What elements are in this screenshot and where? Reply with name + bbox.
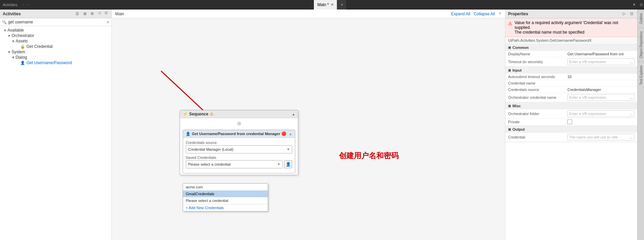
tree-item-dialog[interactable]: ▼ Dialog (0, 55, 112, 60)
misc-section-header[interactable]: ▣ Misc (505, 103, 637, 109)
saved-credentials-dropdown[interactable]: Please select a credential ▼ (186, 160, 283, 168)
canvas-area: Main Expand All Collapse All ▼ (112, 10, 505, 240)
object-repository-vtab[interactable]: Object Repository (638, 27, 644, 61)
panel-collapse-icon[interactable]: ◁ (97, 11, 102, 17)
input-section-header[interactable]: ▣ Input (505, 67, 637, 74)
sequence-box: ⚡ Sequence ⚠ ▲ ⊕ (180, 110, 298, 175)
credential-manage-button[interactable]: 👤 (284, 160, 292, 168)
tree-item-available[interactable]: ▼ Available (0, 27, 112, 33)
orchestrator-credential-label: Orchestrator credential name (505, 93, 565, 102)
sequence-controls: ▲ (292, 112, 295, 116)
panel-filter-icon[interactable]: ⚙ (89, 11, 95, 17)
person-icon: 👤 (20, 61, 25, 65)
collapse-all-button[interactable]: Collapse All (474, 12, 495, 16)
tree-item-get-username-password[interactable]: 👤 Get Username/Password (0, 60, 112, 66)
timeout-input[interactable]: Enter a VB expression … (567, 58, 635, 65)
dropdown-item-gmail[interactable]: GmailCredentials (183, 190, 268, 197)
saved-credentials-row: Saved Credentials Please select a creden… (186, 155, 292, 168)
orchestrator-credential-ellipsis-btn[interactable]: … (629, 96, 633, 99)
expand-all-button[interactable]: Expand All (451, 12, 470, 16)
expand-available-icon[interactable]: ▼ (3, 29, 7, 32)
outline-vtab[interactable]: Outline (638, 10, 644, 27)
panel-menu-icon[interactable]: ☰ (74, 11, 80, 17)
orchestrator-folder-ellipsis-btn[interactable]: … (629, 112, 633, 116)
sequence-icon: ⚡ (183, 112, 188, 116)
main-tab-close[interactable]: ✕ (331, 3, 334, 6)
canvas-scroll[interactable]: ⚡ Sequence ⚠ ▲ ⊕ (112, 18, 505, 240)
expand-dialog-icon[interactable]: ▼ (11, 56, 16, 59)
timeout-placeholder: Enter a VB expression (569, 60, 606, 64)
add-icon-top: ⊕ (237, 120, 241, 127)
dropdown-add-new[interactable]: + Add New Credentials (183, 204, 268, 211)
credentials-source-value: Credential Manager (Local) (188, 147, 233, 151)
sequence-warning-icon: ⚠ (210, 112, 214, 116)
activity-error-icon: 🔴 (281, 131, 286, 136)
private-row: Private (505, 118, 637, 126)
panel-grid-icon[interactable]: ⊞ (82, 11, 88, 17)
tree-item-system[interactable]: ▼ System (0, 49, 112, 55)
new-tab-button[interactable]: + (337, 0, 347, 10)
saved-credentials-arrow-icon: ▼ (277, 163, 280, 166)
activity-collapse-btn[interactable]: ▲ (289, 132, 292, 136)
orchestrator-credential-input[interactable]: Enter a VB expression … (567, 94, 635, 101)
orchestrator-label: Orchestrator (12, 33, 34, 38)
sequence-collapse-btn[interactable]: ▲ (292, 112, 295, 116)
add-new-label: + Add New Credentials (186, 206, 224, 210)
credentials-source-dropdown[interactable]: Credential Manager (Local) ▼ (186, 145, 292, 153)
misc-props-table: Orchestrator folder Enter a VB expressio… (505, 109, 637, 126)
common-section-header[interactable]: ▣ Common (505, 44, 637, 51)
credential-name-label: Credential name (505, 80, 565, 87)
available-label: Available (7, 28, 24, 33)
common-section-label: Common (512, 45, 529, 50)
panel-toolbar: ☰ ⊞ ⚙ ◁ ⊡ (74, 11, 109, 17)
canvas-header: Main Expand All Collapse All ▼ (112, 10, 505, 18)
credentials-dropdown-menu: acme.com GmailCredentials Please select … (183, 183, 268, 211)
test-explorer-vtab[interactable]: Test Explorer (638, 61, 644, 88)
credentials-source-label: Credentials source (186, 141, 292, 145)
annotation-text: 创建用户名和密码 (339, 151, 399, 161)
properties-panel-pin-icon[interactable]: ⊡ (628, 11, 635, 17)
canvas-scroll-down-icon[interactable]: ▼ (498, 12, 502, 16)
timeout-ellipsis-btn[interactable]: … (629, 60, 633, 64)
properties-panel-collapse-icon[interactable]: ▷ (621, 11, 627, 17)
properties-panel-icons: ▷ ⊡ (621, 11, 635, 17)
tab-bar: Activities ◁ ▷ Main * ✕ + ▼ ⊡ (0, 0, 644, 10)
tree-item-assets[interactable]: ▼ Assets (0, 38, 112, 44)
input-props-table: Autosubmit timeout seconds 10 Credential… (505, 74, 637, 102)
credential-output-ellipsis-btn[interactable]: … (629, 135, 633, 139)
panel-pin-icon[interactable]: ⊡ (103, 11, 109, 17)
credential-output-row: Credential The name you will use to refe… (505, 133, 637, 142)
get-credential-label: Get Credential (26, 44, 53, 49)
common-section: ▣ Common DisplayName Get Username/Passwo… (505, 44, 637, 67)
activity-search-input[interactable] (8, 20, 105, 24)
error-line2: The credential name must be specified (515, 30, 635, 35)
orchestrator-folder-input[interactable]: Enter a VB expression … (567, 110, 635, 117)
dropdown-item-acme[interactable]: acme.com (183, 184, 268, 190)
expand-assets-icon[interactable]: ▼ (11, 39, 16, 43)
output-section-header[interactable]: ▣ Output (505, 126, 637, 133)
expand-system-icon[interactable]: ▼ (7, 50, 12, 54)
add-activity-top-button[interactable]: ⊕ (180, 118, 298, 128)
acme-option-label: acme.com (186, 185, 203, 189)
error-line1: Value for a required activity argument '… (515, 20, 635, 30)
error-icon: ⚠ (508, 21, 512, 26)
main-tab[interactable]: Main * ✕ (314, 0, 337, 10)
private-checkbox[interactable] (567, 119, 572, 124)
credential-output-input[interactable]: The name you will use to refe … (567, 134, 635, 141)
saved-credentials-value: Please select a credential (188, 162, 230, 166)
tree-item-get-credential[interactable]: 🔒 Get Credential (0, 44, 112, 49)
credential-name-row: Credential name (505, 80, 637, 87)
credential-name-value (565, 80, 637, 87)
display-name-row: DisplayName Get Username/Password from c… (505, 51, 637, 57)
autosubmit-row: Autosubmit timeout seconds 10 (505, 74, 637, 80)
search-icon: 🔍 (2, 20, 7, 24)
activity-title-area: 👤 Get Username/Password from credential … (186, 131, 286, 136)
vertical-tabs-panel: Outline Object Repository Test Explorer (637, 10, 644, 240)
dropdown-item-placeholder[interactable]: Please select a credential (183, 197, 268, 204)
tree-item-orchestrator[interactable]: ▼ Orchestrator (0, 33, 112, 38)
private-checkbox-cell (565, 118, 637, 126)
display-name-label: DisplayName (505, 51, 565, 57)
expand-orchestrator-icon[interactable]: ▼ (7, 34, 12, 38)
error-text-block: Value for a required activity argument '… (515, 20, 635, 35)
search-clear-icon[interactable]: ✕ (106, 20, 109, 24)
